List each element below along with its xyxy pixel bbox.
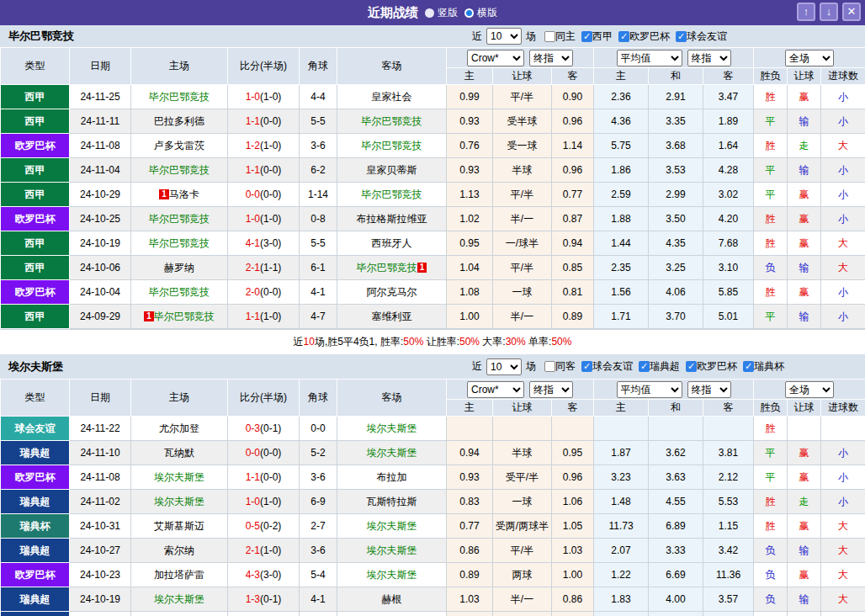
- handicap-result-cell: 输: [788, 305, 821, 329]
- date-cell: 24-09-29: [70, 305, 131, 329]
- handicap-result-cell: 输: [788, 539, 821, 563]
- same-away-checkbox[interactable]: [544, 361, 555, 372]
- results-table: 类型日期主场比分(半场)角球客场Crow*终指平均值终指全场主让球客主和客胜负让…: [0, 47, 865, 329]
- odds-home-cell: 0.76: [447, 134, 493, 158]
- match-row: 瑞典超24-11-10瓦纳默0-0(0-0)5-2埃尔夫斯堡0.94半球0.95…: [1, 441, 865, 465]
- avg-home-cell: 1.22: [594, 563, 649, 587]
- league-filter-checkbox-0[interactable]: ✓: [581, 31, 592, 42]
- handicap-cell: 两球: [493, 563, 552, 587]
- avg-away-cell: 3.10: [703, 256, 754, 280]
- date-cell: 24-10-19: [70, 231, 131, 256]
- sections-container: 毕尔巴鄂竞技近10场同主✓西甲✓欧罗巴杯✓球会友谊类型日期主场比分(半场)角球客…: [0, 25, 865, 616]
- home-team-cell: 1毕尔巴鄂竞技: [131, 305, 228, 329]
- sub-column-header: 让球: [493, 400, 552, 417]
- odds-away-cell: 1.14: [552, 134, 594, 158]
- away-team-cell: 阿尔克马尔: [337, 280, 447, 305]
- odds-away-cell: 0.90: [552, 85, 594, 109]
- league-filter-checkbox-0[interactable]: ✓: [581, 361, 592, 372]
- score-cell: 2-1(1-1): [228, 256, 300, 280]
- avg-away-cell: 5.01: [703, 305, 754, 329]
- radio-vertical-icon[interactable]: [425, 8, 434, 18]
- result-cell: 平: [754, 109, 788, 134]
- team-name-text: 加拉塔萨雷: [154, 569, 204, 581]
- layout-radio-horizontal[interactable]: 横版: [464, 6, 497, 20]
- away-team-cell: 皇家社会: [337, 85, 447, 109]
- period-select[interactable]: 10: [486, 28, 522, 45]
- away-team-cell: 赫根: [337, 587, 447, 612]
- handicap-result-cell: [788, 417, 821, 441]
- result-cell: 平: [754, 305, 788, 329]
- handicap-cell: [493, 417, 552, 441]
- handicap-result-cell: 赢: [788, 85, 821, 109]
- away-team-cell: 埃尔夫斯堡: [337, 612, 447, 616]
- team-name-text: 阿尔克马尔: [367, 286, 417, 298]
- avg-final-select[interactable]: 终指: [687, 381, 731, 398]
- home-team-cell: 天狼星: [131, 612, 228, 616]
- league-filter-checkbox-1[interactable]: ✓: [639, 361, 650, 372]
- date-cell: 24-10-06: [70, 612, 131, 616]
- handicap-cell: 平/半: [493, 256, 552, 280]
- period-select[interactable]: 10: [486, 358, 522, 375]
- full-score: 2-0: [246, 286, 260, 298]
- layout-radio-vertical[interactable]: 竖版: [425, 6, 458, 20]
- team-name-text: 毕尔巴鄂竞技: [149, 91, 210, 103]
- handicap-cell: 受一球: [493, 134, 552, 158]
- radio-horizontal-icon[interactable]: [464, 8, 474, 18]
- league-filter-checkbox-2[interactable]: ✓: [686, 361, 697, 372]
- column-header: 日期: [70, 380, 131, 417]
- result-cell: 负: [754, 587, 788, 612]
- handicap-cell: 半球: [493, 441, 552, 465]
- corner-cell: 4-7: [300, 305, 337, 329]
- column-header: 日期: [70, 48, 131, 85]
- filter-controls: 近10场同客✓球会友谊✓瑞典超✓欧罗巴杯✓瑞典杯: [470, 358, 784, 375]
- team-name-text: 毕尔巴鄂竞技: [149, 286, 210, 298]
- league-cell: 瑞典超: [1, 539, 70, 563]
- summary-segment: 50%: [403, 336, 423, 348]
- result-cell: 负: [754, 612, 788, 616]
- avg-group-header: 平均值终指: [594, 380, 754, 400]
- odds-source-select[interactable]: Crow*: [467, 381, 524, 398]
- team-name-text: 埃尔夫斯堡: [367, 569, 417, 581]
- avg-source-select[interactable]: 平均值: [617, 381, 682, 398]
- card-badge: 1: [144, 311, 154, 321]
- sub-column-header: 让球: [788, 68, 821, 85]
- odds-final-select[interactable]: 终指: [529, 50, 573, 66]
- close-button[interactable]: ✕: [842, 3, 861, 21]
- avg-draw-cell: 3.63: [649, 465, 703, 490]
- score-cell: 0-0(0-0): [228, 441, 300, 465]
- full-score: 4-1: [246, 237, 260, 249]
- section-filter-bar: 埃尔夫斯堡近10场同客✓球会友谊✓瑞典超✓欧罗巴杯✓瑞典杯: [0, 354, 865, 379]
- scroll-up-button[interactable]: ↑: [797, 3, 815, 21]
- league-filter-checkbox-1[interactable]: ✓: [618, 31, 629, 42]
- scope-select[interactable]: 全场: [785, 50, 834, 66]
- date-cell: 24-10-04: [70, 280, 131, 305]
- results-table: 类型日期主场比分(半场)角球客场Crow*终指平均值终指全场主让球客主和客胜负让…: [0, 379, 865, 616]
- summary-segment: 场,胜5平4负1, 胜率:: [315, 336, 403, 348]
- handicap-cell: 半/一: [493, 305, 552, 329]
- avg-source-select[interactable]: 平均值: [617, 50, 682, 66]
- home-team-cell: 赫罗纳: [131, 256, 228, 280]
- corner-cell: 6-6: [300, 612, 337, 616]
- home-team-cell: 巴拉多利德: [131, 109, 228, 134]
- avg-draw-cell: 6.89: [649, 514, 703, 539]
- sub-column-header: 客: [552, 68, 594, 85]
- league-filter-checkbox-2[interactable]: ✓: [676, 31, 687, 42]
- date-cell: 24-10-31: [70, 514, 131, 539]
- full-score: 0-3: [246, 422, 260, 434]
- match-row: 瑞典超24-10-27索尔纳2-1(1-0)3-6埃尔夫斯堡0.86平/半1.0…: [1, 539, 865, 563]
- avg-final-select[interactable]: 终指: [687, 50, 731, 66]
- match-row: 西甲24-11-04毕尔巴鄂竞技1-1(0-0)6-2皇家贝蒂斯0.93半球0.…: [1, 158, 865, 183]
- team-name-text: 埃尔夫斯堡: [367, 447, 417, 459]
- odds-away-cell: 0.96: [552, 465, 594, 490]
- scope-select[interactable]: 全场: [785, 381, 834, 398]
- sub-column-header: 和: [649, 68, 703, 85]
- same-home-checkbox[interactable]: [544, 31, 555, 42]
- date-cell: 24-10-27: [70, 539, 131, 563]
- full-score: 2-1: [246, 544, 260, 556]
- scroll-down-button[interactable]: ↓: [820, 3, 838, 21]
- odds-source-select[interactable]: Crow*: [467, 50, 524, 66]
- header-top-row: 类型日期主场比分(半场)角球客场Crow*终指平均值终指全场: [1, 380, 865, 400]
- odds-final-select[interactable]: 终指: [529, 381, 573, 398]
- corner-cell: 5-5: [300, 231, 337, 256]
- league-filter-checkbox-3[interactable]: ✓: [743, 361, 754, 372]
